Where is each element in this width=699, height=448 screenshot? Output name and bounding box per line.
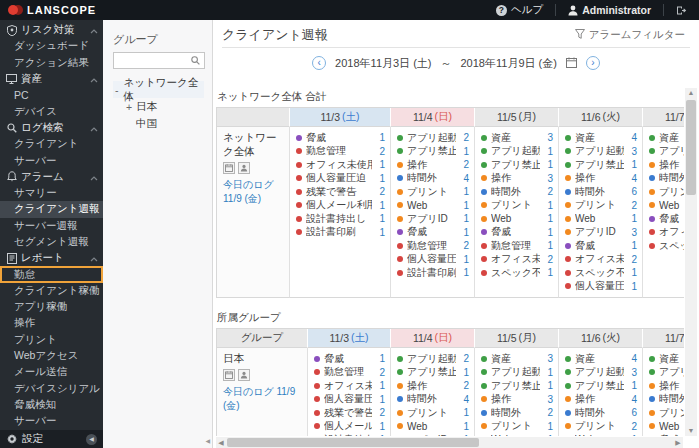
alarm-item[interactable]: プリント1	[481, 420, 553, 434]
alarm-item[interactable]: 勤怠管理2	[296, 145, 385, 159]
alarm-item[interactable]: 操作2	[397, 379, 469, 393]
alarm-item[interactable]: アプリID1	[397, 433, 469, 436]
sidebar-item[interactable]: デバイス	[0, 103, 103, 119]
sidebar-item[interactable]: 勤怠	[0, 266, 103, 282]
alarm-item[interactable]: 個人容量圧迫1	[296, 172, 385, 186]
alarm-item[interactable]: オフィス未使用1	[314, 379, 385, 393]
alarm-item[interactable]: Web1	[481, 433, 553, 436]
alarm-item[interactable]: プリント1	[397, 185, 469, 199]
alarm-item[interactable]: アプリ禁止	[649, 366, 684, 380]
next-week-button[interactable]: ›	[586, 56, 600, 70]
sidebar-item[interactable]: アクション結果	[0, 55, 103, 71]
lanscope-logo[interactable]: LANSCOPE	[0, 0, 96, 20]
user-menu[interactable]: Administrator	[556, 0, 663, 20]
sidebar-item[interactable]: クライアント稼働	[0, 283, 103, 299]
alarm-item[interactable]: アプリ起動2	[397, 352, 469, 366]
sidebar-item[interactable]: 操作	[0, 315, 103, 331]
scroll-down-arrow-icon[interactable]: ▼	[685, 426, 697, 436]
alarm-item[interactable]: アプリ起動3	[565, 145, 637, 159]
mini-client-icon[interactable]	[238, 162, 250, 174]
sidebar-item[interactable]: セグメント週報	[0, 234, 103, 250]
alarm-item[interactable]: 個人メール利用1	[296, 199, 385, 213]
alarm-item[interactable]: 脅威	[649, 212, 684, 226]
alarm-item[interactable]: 操作4	[565, 393, 637, 407]
alarm-item[interactable]: プリント	[649, 185, 684, 199]
sidebar-item[interactable]: プリント	[0, 332, 103, 348]
alarm-item[interactable]: アプリ禁止1	[565, 158, 637, 172]
alarm-item[interactable]: 資産	[649, 131, 684, 145]
scroll-right-arrow-icon[interactable]: ▶	[673, 437, 683, 448]
alarm-item[interactable]: Web1	[565, 433, 637, 436]
alarm-item[interactable]: Web	[649, 199, 684, 213]
alarm-item[interactable]: オフィス未使用1	[296, 158, 385, 172]
sidebar-section-0[interactable]: リスク対策	[0, 22, 103, 38]
help-button[interactable]: ? ヘルプ	[484, 0, 555, 20]
alarm-item[interactable]: オフィス未使用2	[565, 253, 637, 267]
alarm-item[interactable]: 操作	[649, 158, 684, 172]
horizontal-scrollbar-thumb[interactable]	[227, 438, 479, 447]
today-log-link[interactable]: 今日のログ 11/9 (金)	[223, 385, 302, 413]
alarm-item[interactable]: 時間外2	[481, 185, 553, 199]
alarm-item[interactable]: オフィス未使用	[649, 226, 684, 240]
alarm-item[interactable]: Web1	[565, 212, 637, 226]
alarm-item[interactable]: 資産4	[565, 352, 637, 366]
sidebar-item[interactable]: サマリー	[0, 185, 103, 201]
alarm-item[interactable]: アプリ禁止1	[481, 379, 553, 393]
alarm-item[interactable]: 設計書印刷1	[397, 266, 469, 280]
alarm-item[interactable]: オフィス未使用2	[481, 253, 553, 267]
sidebar-item[interactable]: メール送信	[0, 364, 103, 380]
alarm-item[interactable]: アプリ禁止1	[481, 158, 553, 172]
sidebar-item[interactable]: ダッシュボード	[0, 38, 103, 54]
alarm-item[interactable]: 勤怠管理2	[397, 239, 469, 253]
alarm-item[interactable]: Web	[649, 420, 684, 434]
alarm-item[interactable]: 脅威1	[314, 352, 385, 366]
alarm-item[interactable]: 操作3	[481, 393, 553, 407]
alarm-item[interactable]: アプリ禁止	[649, 145, 684, 159]
alarm-item[interactable]: アプリ禁止1	[397, 366, 469, 380]
alarm-item[interactable]: 時間外	[649, 393, 684, 407]
alarm-item[interactable]: 脅威1	[481, 226, 553, 240]
sidebar-item[interactable]: 脅威検知	[0, 397, 103, 413]
alarm-item[interactable]: 時間外2	[481, 406, 553, 420]
alarm-item[interactable]: 脅威1	[296, 131, 385, 145]
alarm-item[interactable]: 設計書印刷1	[296, 226, 385, 240]
alarm-item[interactable]: 設計書持出し1	[296, 212, 385, 226]
alarm-item[interactable]: 個人容量圧迫1	[397, 253, 469, 267]
scroll-up-arrow-icon[interactable]: ▲	[685, 88, 697, 98]
mini-calendar-icon[interactable]	[223, 369, 235, 381]
sidebar-collapse-button[interactable]: ◀	[86, 434, 97, 445]
group-tree-item[interactable]: -ネットワーク全体	[113, 81, 204, 98]
scroll-left-arrow-icon[interactable]: ◀	[216, 437, 226, 448]
sidebar-item[interactable]: クライアント	[0, 136, 103, 152]
alarm-item[interactable]: 時間外4	[397, 172, 469, 186]
sidebar-item[interactable]: クライアント週報	[0, 201, 103, 217]
sidebar-item[interactable]: PC	[0, 87, 103, 103]
sidebar-section-2[interactable]: ログ検索	[0, 120, 103, 136]
mini-client-icon[interactable]	[238, 369, 250, 381]
alarm-filter-button[interactable]: アラームフィルター	[575, 28, 685, 42]
alarm-item[interactable]: Web1	[397, 199, 469, 213]
alarm-item[interactable]: スペック不足1	[481, 266, 553, 280]
alarm-item[interactable]: 脅威	[649, 433, 684, 436]
alarm-item[interactable]: 残業で警告2	[314, 406, 385, 420]
prev-week-button[interactable]: ‹	[312, 56, 326, 70]
alarm-item[interactable]: アプリ禁止1	[397, 145, 469, 159]
alarm-item[interactable]: 資産4	[565, 131, 637, 145]
alarm-item[interactable]: アプリ起動3	[565, 366, 637, 380]
alarm-item[interactable]: プリント1	[397, 406, 469, 420]
alarm-item[interactable]: プリント1	[481, 199, 553, 213]
alarm-item[interactable]: 操作3	[481, 172, 553, 186]
alarm-item[interactable]: 資産3	[481, 352, 553, 366]
sidebar-item-settings[interactable]: 設定 ◀	[0, 430, 103, 448]
alarm-item[interactable]: 操作2	[397, 158, 469, 172]
alarm-item[interactable]: 時間外4	[397, 393, 469, 407]
alarm-item[interactable]: スペック不足	[649, 239, 684, 253]
group-tree-item[interactable]: 中国	[113, 115, 204, 132]
vertical-scrollbar-thumb[interactable]	[686, 100, 696, 195]
tree-expander-icon[interactable]: -	[113, 84, 121, 96]
alarm-item[interactable]: 時間外6	[565, 406, 637, 420]
sidebar-item[interactable]: サーバー	[0, 152, 103, 168]
alarm-item[interactable]: 時間外6	[565, 185, 637, 199]
calendar-icon[interactable]	[566, 57, 577, 70]
alarm-item[interactable]: アプリID3	[565, 226, 637, 240]
